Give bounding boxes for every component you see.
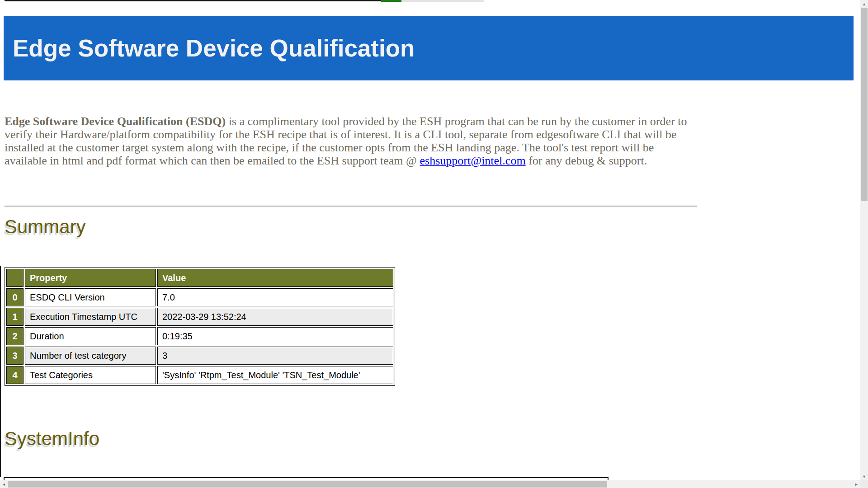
- row-index: 3: [6, 347, 24, 365]
- page-title: Edge Software Device Qualification: [4, 34, 415, 62]
- title-banner: Edge Software Device Qualification: [4, 16, 854, 80]
- row-property: Duration: [25, 327, 156, 345]
- row-index: 1: [6, 308, 24, 326]
- support-email-link[interactable]: eshsupport@intel.com: [420, 154, 526, 167]
- row-value: 2022-03-29 13:52:24: [157, 308, 393, 326]
- intro-text-after-link: for any debug & support.: [526, 154, 647, 167]
- clipped-left-frame-line: [0, 266, 1, 477]
- summary-col-value: Value: [157, 269, 393, 287]
- table-row: 4 Test Categories 'SysInfo' 'Rtpm_Test_M…: [6, 366, 393, 384]
- table-row: 1 Execution Timestamp UTC 2022-03-29 13:…: [6, 308, 393, 326]
- clipped-progress-bar-filled: [381, 0, 401, 2]
- clipped-progress-bar-track: [401, 0, 484, 2]
- summary-header-row: Property Value: [6, 269, 393, 287]
- row-index: 4: [6, 366, 24, 384]
- systeminfo-table-top-edge: [4, 477, 609, 480]
- summary-heading: Summary: [5, 216, 86, 238]
- horizontal-scrollbar-thumb[interactable]: [8, 481, 607, 488]
- row-property: Number of test category: [25, 347, 156, 365]
- horizontal-rule: [5, 206, 697, 207]
- intro-paragraph: Edge Software Device Qualification (ESDQ…: [5, 115, 697, 167]
- summary-col-property: Property: [25, 269, 156, 287]
- clipped-table-bottom-edge: [5, 0, 381, 1]
- row-property: Test Categories: [25, 366, 156, 384]
- vertical-scrollbar[interactable]: ▲ ▼: [860, 0, 868, 480]
- table-row: 0 ESDQ CLI Version 7.0: [6, 288, 393, 306]
- row-index: 2: [6, 327, 24, 345]
- table-row: 3 Number of test category 3: [6, 347, 393, 365]
- row-value: 7.0: [157, 288, 393, 306]
- row-property: ESDQ CLI Version: [25, 288, 156, 306]
- horizontal-scrollbar[interactable]: ◄ ►: [0, 480, 860, 488]
- summary-table-head: Property Value: [6, 269, 393, 287]
- scroll-left-arrow-icon[interactable]: ◄: [0, 480, 8, 488]
- scroll-right-arrow-icon[interactable]: ►: [853, 480, 860, 488]
- summary-table-body: 0 ESDQ CLI Version 7.0 1 Execution Times…: [6, 288, 393, 384]
- report-page: Edge Software Device Qualification Edge …: [0, 0, 868, 488]
- row-index: 0: [6, 288, 24, 306]
- summary-col-blank: [6, 269, 24, 287]
- row-property: Execution Timestamp UTC: [25, 308, 156, 326]
- row-value: 0:19:35: [157, 327, 393, 345]
- scroll-up-arrow-icon[interactable]: ▲: [860, 0, 868, 8]
- intro-lead-bold: Edge Software Device Qualification (ESDQ…: [5, 115, 226, 128]
- scrollbar-corner: [860, 480, 868, 488]
- table-row: 2 Duration 0:19:35: [6, 327, 393, 345]
- summary-table: Property Value 0 ESDQ CLI Version 7.0 1 …: [5, 267, 395, 386]
- row-value: 3: [157, 347, 393, 365]
- vertical-scrollbar-thumb[interactable]: [861, 8, 868, 201]
- scroll-down-arrow-icon[interactable]: ▼: [860, 473, 868, 480]
- systeminfo-heading: SystemInfo: [5, 428, 99, 450]
- row-value: 'SysInfo' 'Rtpm_Test_Module' 'TSN_Test_M…: [157, 366, 393, 384]
